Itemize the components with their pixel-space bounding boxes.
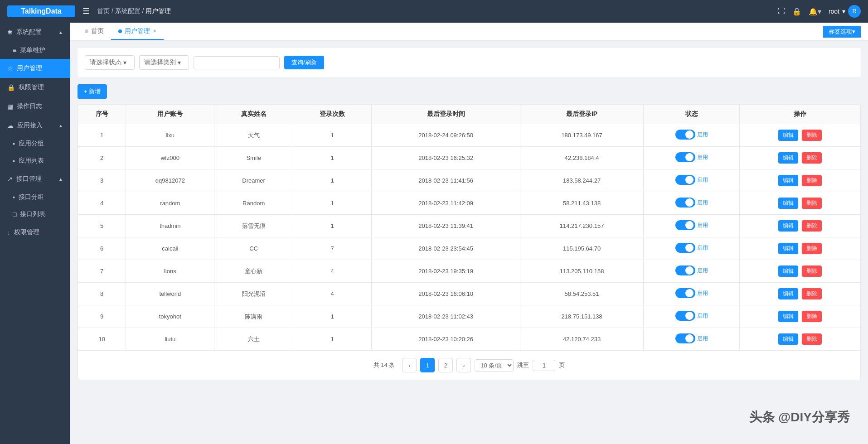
status-label: 启用: [697, 176, 708, 184]
cell-realname: 阳光泥沼: [214, 283, 293, 305]
table-row: 10 liutu 六土 1 2018-02-23 10:20:26 42.120…: [78, 328, 860, 351]
cell-last-ip: 42.238.184.4: [520, 147, 643, 169]
cell-logins: 1: [293, 124, 372, 147]
edit-button[interactable]: 编辑: [778, 175, 798, 186]
edit-button[interactable]: 编辑: [778, 243, 798, 254]
sidebar-item-menu-maintain[interactable]: ≡ 菜单维护: [0, 42, 70, 59]
edit-button[interactable]: 编辑: [778, 220, 798, 232]
sidebar-item-interface-list[interactable]: □ 接口列表: [0, 206, 70, 223]
status-toggle[interactable]: [675, 333, 695, 343]
type-select[interactable]: 请选择类别 ▾: [139, 55, 189, 70]
delete-button[interactable]: 删除: [802, 243, 822, 254]
cell-account: tokyohot: [126, 305, 214, 328]
col-last-login: 最后登录时间: [372, 105, 520, 124]
tab-user-manage[interactable]: 用户管理 ✕: [111, 24, 164, 40]
table-row: 2 wfz000 Smile 1 2018-02-23 16:25:32 42.…: [78, 147, 860, 169]
table-row: 3 qq9812072 Dreamer 1 2018-02-23 11:41:5…: [78, 169, 860, 192]
tab-label-home: 首页: [91, 27, 104, 35]
delete-button[interactable]: 删除: [802, 265, 822, 277]
cell-account: tellworld: [126, 283, 214, 305]
cell-action: 编辑 删除: [739, 215, 860, 237]
sidebar-item-interface-manage[interactable]: ↗ 接口管理 ▲: [0, 169, 70, 188]
search-input[interactable]: [194, 56, 280, 69]
status-toggle[interactable]: [675, 243, 695, 253]
table-row: 7 lions 童心新 4 2018-02-23 19:35:19 113.20…: [78, 260, 860, 283]
edit-button[interactable]: 编辑: [778, 265, 798, 277]
cell-logins: 1: [293, 147, 372, 169]
cell-id: 10: [78, 328, 126, 351]
status-select[interactable]: 请选择状态 ▾: [85, 55, 135, 70]
delete-button[interactable]: 删除: [802, 175, 822, 186]
sidebar-item-interface-group[interactable]: ▪ 接口分组: [0, 188, 70, 206]
edit-button[interactable]: 编辑: [778, 130, 798, 141]
cell-id: 3: [78, 169, 126, 192]
status-toggle[interactable]: [675, 130, 695, 140]
edit-button[interactable]: 编辑: [778, 311, 798, 322]
delete-button[interactable]: 删除: [802, 130, 822, 141]
sidebar-label-interface-list: 接口列表: [20, 210, 45, 218]
page-2-btn[interactable]: 2: [438, 358, 453, 372]
permission2-icon: ↓: [7, 229, 10, 236]
delete-button[interactable]: 删除: [802, 152, 822, 164]
layout: ✱ 系统配置 ▲ ≡ 菜单维护 ☆ 用户管理 🔒 权限管理 ▦ 操作日志 ☁ 应…: [0, 23, 868, 444]
sidebar-item-system-config[interactable]: ✱ 系统配置 ▲: [0, 23, 70, 42]
delete-button[interactable]: 删除: [802, 220, 822, 232]
edit-button[interactable]: 编辑: [778, 152, 798, 164]
tab-close-icon[interactable]: ✕: [153, 29, 156, 34]
prev-page-btn[interactable]: ‹: [402, 358, 417, 372]
expand-icon[interactable]: ⛶: [778, 7, 785, 15]
log-icon: ▦: [7, 103, 13, 110]
edit-button[interactable]: 编辑: [778, 333, 798, 345]
sidebar-item-app-group[interactable]: ▪ 应用分组: [0, 135, 70, 152]
sidebar-item-operation-log[interactable]: ▦ 操作日志: [0, 97, 70, 116]
sidebar-item-app-access[interactable]: ☁ 应用接入 ▲: [0, 116, 70, 135]
username: root: [829, 8, 839, 15]
tab-label-options-btn[interactable]: 标签选项▾: [823, 26, 861, 38]
delete-button[interactable]: 删除: [802, 198, 822, 209]
sidebar-label-app-list: 应用列表: [19, 157, 44, 165]
sidebar-item-app-list[interactable]: ▪ 应用列表: [0, 152, 70, 169]
page-1-btn[interactable]: 1: [420, 358, 435, 372]
cell-id: 9: [78, 305, 126, 328]
sidebar-item-permission-manage2[interactable]: ↓ 权限管理: [0, 223, 70, 242]
menu-toggle-icon[interactable]: ☰: [82, 6, 90, 16]
cell-realname: Random: [214, 192, 293, 215]
tab-home[interactable]: 首页: [78, 24, 111, 40]
system-config-icon: ✱: [7, 29, 13, 36]
table-row: 5 thadmin 落雪无痕 1 2018-02-23 11:39:41 114…: [78, 215, 860, 237]
edit-button[interactable]: 编辑: [778, 288, 798, 299]
edit-button[interactable]: 编辑: [778, 198, 798, 209]
cell-account: liutu: [126, 328, 214, 351]
bell-icon[interactable]: 🔔▾: [809, 7, 821, 16]
filter-row: 请选择状态 ▾ 请选择类别 ▾ 查询/刷新: [78, 48, 861, 77]
breadcrumb-home[interactable]: 首页: [97, 7, 110, 14]
status-toggle[interactable]: [675, 311, 695, 321]
page-size-select[interactable]: 10 条/页 20 条/页 50 条/页: [475, 359, 514, 372]
status-label: 启用: [697, 267, 708, 275]
delete-button[interactable]: 删除: [802, 288, 822, 299]
delete-button[interactable]: 删除: [802, 311, 822, 322]
breadcrumb-system-config[interactable]: 系统配置: [115, 7, 141, 14]
data-table: 序号 用户账号 真实姓名 登录次数 最后登录时间 最后登录IP 状态 操作 1 …: [78, 104, 861, 380]
table-row: 4 random Random 1 2018-02-23 11:42:09 58…: [78, 192, 860, 215]
status-toggle[interactable]: [675, 175, 695, 185]
next-page-btn[interactable]: ›: [456, 358, 471, 372]
user-menu[interactable]: root ▾ R: [829, 5, 861, 18]
cell-status: 启用: [644, 260, 740, 283]
status-toggle[interactable]: [675, 152, 695, 162]
sidebar-label-log: 操作日志: [17, 102, 42, 111]
lock-icon[interactable]: 🔒: [792, 7, 801, 16]
query-button[interactable]: 查询/刷新: [284, 56, 324, 69]
status-toggle[interactable]: [675, 288, 695, 298]
goto-input[interactable]: [533, 360, 555, 371]
status-toggle[interactable]: [675, 265, 695, 275]
app-list-icon: ▪: [13, 157, 15, 164]
status-toggle[interactable]: [675, 220, 695, 230]
sidebar-item-permission-manage[interactable]: 🔒 权限管理: [0, 78, 70, 97]
add-user-button[interactable]: + 新增: [78, 84, 107, 99]
status-toggle[interactable]: [675, 198, 695, 208]
sidebar-item-user-manage[interactable]: ☆ 用户管理: [0, 59, 70, 78]
delete-button[interactable]: 删除: [802, 333, 822, 345]
header: TalkingData ☰ 首页 / 系统配置 / 用户管理 ⛶ 🔒 🔔▾ ro…: [0, 0, 868, 23]
pagination: 共 14 条 ‹ 1 2 › 10 条/页 20 条/页 50 条/页 跳至 页: [78, 350, 860, 380]
